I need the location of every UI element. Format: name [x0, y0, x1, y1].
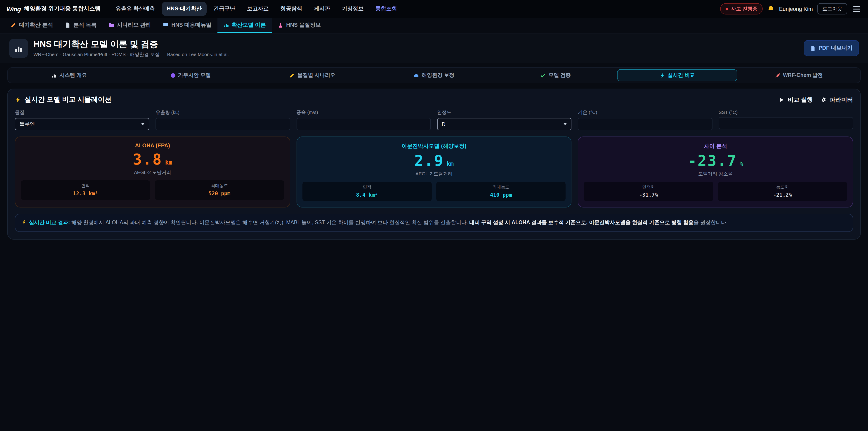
page-subtitle: WRF-Chem · Gaussian Plume/Puff · ROMS · … — [33, 52, 229, 58]
brand: Wing 해양환경 위기대응 통합시스템 — [6, 5, 101, 13]
section-tab-realtime-comparison[interactable]: 실시간 비교 — [617, 69, 737, 81]
card-title: ALOHA (EPA) — [21, 143, 284, 149]
field-label: 풍속 (m/s) — [296, 110, 431, 116]
folder-icon — [108, 22, 114, 28]
card-value-row: -23.7 % — [584, 152, 847, 170]
result-cards: ALOHA (EPA) 3.8 km AEGL-2 도달거리 면적 12.3 k… — [15, 136, 853, 208]
panel-header: 실시간 모델 비교 시뮬레이션 비교 실행 파라미터 — [15, 95, 853, 104]
field-sst: SST (°C) — [719, 110, 853, 130]
spill-volume-input[interactable] — [156, 118, 290, 130]
nav-oil-spill[interactable]: 유출유 확산예측 — [111, 2, 160, 16]
card-value-row: 2.9 km — [302, 152, 565, 170]
app-title: 해양환경 위기대응 통합시스템 — [24, 5, 101, 13]
stat-label: 면적차 — [587, 184, 710, 190]
result-card-aloha: ALOHA (EPA) 3.8 km AEGL-2 도달거리 면적 12.3 k… — [15, 136, 290, 208]
lightning-icon — [15, 97, 21, 102]
tab-hns-manual[interactable]: HNS 대응매뉴얼 — [157, 18, 217, 33]
section-tab-model-validation[interactable]: 모델 검증 — [495, 69, 616, 81]
substance-select[interactable]: 톨루엔 — [15, 118, 149, 130]
stat-value: 410 ppm — [440, 192, 562, 198]
gear-icon — [821, 97, 827, 102]
nav-weather-info[interactable]: 기상정보 — [337, 2, 368, 16]
cloud-icon — [414, 72, 419, 78]
pdf-export-label: PDF 내보내기 — [818, 44, 852, 52]
note-tail: 을 권장합니다. — [693, 220, 727, 225]
panel-title-label: 실시간 모델 비교 시뮬레이션 — [24, 95, 112, 104]
tab-hns-substance-info[interactable]: HNS 물질정보 — [272, 18, 327, 33]
tab-label: HNS 대응매뉴얼 — [171, 21, 211, 29]
lightning-icon — [22, 220, 27, 225]
nav-emergency-rescue[interactable]: 긴급구난 — [209, 2, 240, 16]
field-substance: 물질 톨루엔 — [15, 110, 149, 130]
card-value: -23.7 — [688, 152, 737, 170]
run-comparison-button[interactable]: 비교 실행 — [779, 96, 813, 104]
circle-icon — [171, 73, 176, 78]
stat-value: 12.3 km² — [24, 190, 147, 196]
section-tab-ocean-correction[interactable]: 해양환경 보정 — [374, 69, 494, 81]
parameters-button[interactable]: 파라미터 — [821, 96, 853, 104]
nav-reports[interactable]: 보고자료 — [242, 2, 274, 16]
card-subtitle: 도달거리 감소율 — [584, 171, 847, 177]
nav-aerial-search[interactable]: 항공탐색 — [275, 2, 307, 16]
status-dot-icon — [725, 7, 728, 10]
hamburger-menu-icon[interactable] — [852, 5, 862, 13]
section-tab-label: 모델 검증 — [549, 72, 571, 79]
section-tab-label: 시스템 개요 — [59, 72, 87, 79]
bell-icon[interactable] — [767, 5, 775, 12]
lightning-icon — [659, 72, 665, 78]
section-tabbar: 시스템 개요 가우시안 모델 물질별 시나리오 해양환경 보정 모델 검증 실시… — [7, 67, 861, 83]
chart-icon — [51, 72, 57, 78]
tab-label: 대기확산 분석 — [19, 21, 53, 29]
tab-label: 확산모델 이론 — [232, 21, 266, 29]
panel-actions: 비교 실행 파라미터 — [779, 96, 853, 104]
section-tab-gaussian-model[interactable]: 가우시안 모델 — [131, 69, 251, 81]
parameter-fields: 물질 톨루엔 유출량 (kL) 풍속 (m/s) 안정도 D — [15, 110, 853, 130]
card-value: 3.8 — [133, 151, 162, 168]
flask-icon — [278, 22, 283, 28]
stat-label: 면적 — [24, 183, 147, 189]
stability-select-value: D — [442, 121, 445, 127]
section-tab-label: 가우시안 모델 — [178, 72, 211, 79]
section-tab-system-overview[interactable]: 시스템 개요 — [9, 69, 129, 81]
document-icon — [810, 45, 815, 51]
pencil-icon — [289, 72, 295, 78]
stability-class-select[interactable]: D — [437, 118, 572, 130]
tab-dispersion-analysis[interactable]: 대기확산 분석 — [4, 18, 59, 33]
user-name: Eunjeong Kim — [779, 6, 813, 12]
stat-label: 농도차 — [721, 184, 844, 190]
tab-scenario-management[interactable]: 시나리오 관리 — [102, 18, 157, 33]
section-tab-wrf-chem[interactable]: WRF-Chem 발전 — [739, 69, 859, 81]
stat-area: 면적 12.3 km² — [21, 180, 150, 200]
run-comparison-label: 비교 실행 — [788, 96, 813, 104]
tab-model-theory[interactable]: 확산모델 이론 — [217, 18, 272, 33]
realtime-comparison-panel: 실시간 모델 비교 시뮬레이션 비교 실행 파라미터 물질 톨루엔 — [7, 89, 861, 240]
tab-analysis-list[interactable]: 분석 목록 — [59, 18, 103, 33]
card-title: 이문진박사모델 (해양보정) — [302, 143, 565, 150]
document-icon — [65, 22, 71, 28]
pencil-icon — [10, 22, 16, 28]
sst-input[interactable] — [719, 117, 853, 129]
air-temperature-input[interactable] — [578, 118, 712, 130]
pdf-export-button[interactable]: PDF 내보내기 — [804, 40, 859, 56]
card-subtitle: AEGL-2 도달거리 — [21, 170, 284, 176]
rocket-icon — [775, 72, 780, 78]
result-card-lee-model: 이문진박사모델 (해양보정) 2.9 km AEGL-2 도달거리 면적 8.4… — [296, 136, 571, 208]
card-unit: km — [165, 159, 172, 166]
section-tab-substance-scenarios[interactable]: 물질별 시나리오 — [252, 69, 373, 81]
top-navbar: Wing 해양환경 위기대응 통합시스템 유출유 확산예측 HNS·대기확산 긴… — [0, 0, 868, 18]
nav-integrated-search[interactable]: 통합조회 — [370, 2, 402, 16]
nav-hns-atmospheric[interactable]: HNS·대기확산 — [162, 2, 207, 16]
field-wind-speed: 풍속 (m/s) — [296, 110, 431, 130]
field-label: 안정도 — [437, 110, 572, 116]
logout-button[interactable]: 로그아웃 — [817, 3, 847, 14]
check-icon — [540, 72, 546, 78]
chart-icon — [9, 39, 28, 58]
section-tab-label: 물질별 시나리오 — [298, 72, 335, 79]
stat-concentration-diff: 농도차 -21.2% — [718, 182, 847, 201]
wind-speed-input[interactable] — [296, 118, 431, 130]
card-subtitle: AEGL-2 도달거리 — [302, 171, 565, 177]
app-viewport: Wing 해양환경 위기대응 통합시스템 유출유 확산예측 HNS·대기확산 긴… — [0, 0, 868, 431]
nav-board[interactable]: 게시판 — [309, 2, 335, 16]
stat-label: 최대농도 — [158, 183, 281, 189]
sub-tabbar: 대기확산 분석 분석 목록 시나리오 관리 HNS 대응매뉴얼 확산모델 이론 … — [0, 18, 868, 33]
